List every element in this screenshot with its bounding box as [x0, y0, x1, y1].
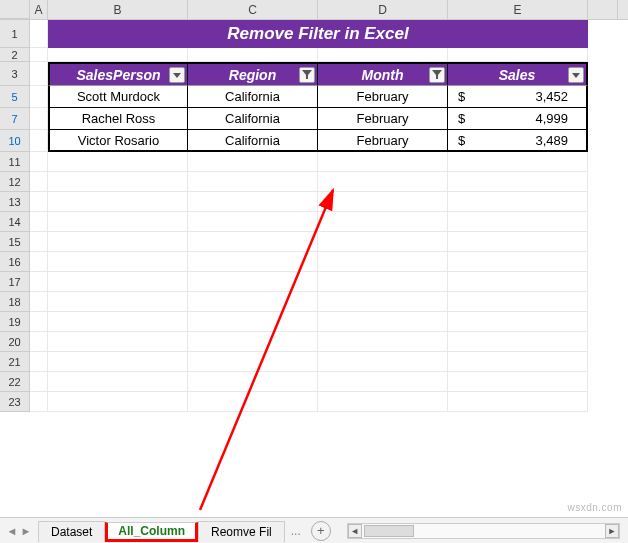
- scroll-right-icon[interactable]: ►: [605, 524, 619, 538]
- cell[interactable]: [448, 212, 588, 232]
- cell[interactable]: [30, 20, 48, 48]
- cell[interactable]: [30, 48, 48, 62]
- cell[interactable]: [30, 172, 48, 192]
- col-header-A[interactable]: A: [30, 0, 48, 19]
- col-header-F[interactable]: [588, 0, 618, 19]
- scroll-left-icon[interactable]: ◄: [348, 524, 362, 538]
- cell-salesperson[interactable]: Rachel Ross: [48, 108, 188, 130]
- cell[interactable]: [188, 272, 318, 292]
- row-header[interactable]: 12: [0, 172, 30, 192]
- cell[interactable]: [318, 212, 448, 232]
- cell[interactable]: [30, 192, 48, 212]
- tab-nav-next-icon[interactable]: ►: [20, 524, 32, 538]
- cell-salesperson[interactable]: Victor Rosario: [48, 130, 188, 152]
- cell[interactable]: [30, 108, 48, 130]
- cell[interactable]: [30, 62, 48, 86]
- row-header[interactable]: 3: [0, 62, 30, 86]
- cell[interactable]: [30, 292, 48, 312]
- cell-region[interactable]: California: [188, 130, 318, 152]
- filter-active-icon[interactable]: [299, 67, 315, 83]
- cell[interactable]: [318, 352, 448, 372]
- header-month[interactable]: Month: [318, 62, 448, 86]
- cell[interactable]: [48, 232, 188, 252]
- cell[interactable]: [30, 272, 48, 292]
- col-header-C[interactable]: C: [188, 0, 318, 19]
- cell[interactable]: [318, 292, 448, 312]
- tab-remove-fil[interactable]: Reomve Fil: [198, 521, 285, 542]
- cell[interactable]: [448, 392, 588, 412]
- cell[interactable]: [30, 352, 48, 372]
- cell[interactable]: [48, 352, 188, 372]
- cell[interactable]: [48, 48, 188, 62]
- cell[interactable]: [318, 172, 448, 192]
- cell-month[interactable]: February: [318, 108, 448, 130]
- header-salesperson[interactable]: SalesPerson: [48, 62, 188, 86]
- cell[interactable]: [48, 292, 188, 312]
- cell[interactable]: [448, 232, 588, 252]
- cell-salesperson[interactable]: Scott Murdock: [48, 86, 188, 108]
- row-header[interactable]: 17: [0, 272, 30, 292]
- row-header[interactable]: 21: [0, 352, 30, 372]
- row-header[interactable]: 20: [0, 332, 30, 352]
- cell[interactable]: [188, 292, 318, 312]
- cell[interactable]: [48, 312, 188, 332]
- cell[interactable]: [318, 152, 448, 172]
- cell[interactable]: [448, 172, 588, 192]
- cell[interactable]: [30, 86, 48, 108]
- cell[interactable]: [188, 152, 318, 172]
- cell[interactable]: [318, 252, 448, 272]
- cell[interactable]: [448, 312, 588, 332]
- cell[interactable]: [48, 392, 188, 412]
- horizontal-scrollbar[interactable]: ◄ ►: [347, 523, 620, 539]
- cell[interactable]: [448, 332, 588, 352]
- cell[interactable]: [30, 312, 48, 332]
- cell[interactable]: [48, 272, 188, 292]
- cell[interactable]: [30, 152, 48, 172]
- cell[interactable]: [318, 332, 448, 352]
- row-header[interactable]: 14: [0, 212, 30, 232]
- cell[interactable]: [448, 192, 588, 212]
- col-header-D[interactable]: D: [318, 0, 448, 19]
- row-header-filtered[interactable]: 10: [0, 130, 30, 152]
- tab-dataset[interactable]: Dataset: [38, 521, 105, 542]
- cell[interactable]: [188, 232, 318, 252]
- cell-sales[interactable]: $ 3,489: [448, 130, 588, 152]
- row-header[interactable]: 2: [0, 48, 30, 62]
- cell[interactable]: [48, 332, 188, 352]
- cell[interactable]: [188, 212, 318, 232]
- row-header[interactable]: 15: [0, 232, 30, 252]
- cell[interactable]: [188, 48, 318, 62]
- header-sales[interactable]: Sales: [448, 62, 588, 86]
- cell[interactable]: [188, 372, 318, 392]
- cell[interactable]: [318, 232, 448, 252]
- cell-sales[interactable]: $ 4,999: [448, 108, 588, 130]
- filter-active-icon[interactable]: [429, 67, 445, 83]
- cell[interactable]: [448, 272, 588, 292]
- cell[interactable]: [188, 392, 318, 412]
- cell[interactable]: [30, 212, 48, 232]
- cell-month[interactable]: February: [318, 130, 448, 152]
- cell-month[interactable]: February: [318, 86, 448, 108]
- add-sheet-button[interactable]: +: [311, 521, 331, 541]
- cell[interactable]: [188, 192, 318, 212]
- row-header[interactable]: 18: [0, 292, 30, 312]
- cell[interactable]: [318, 272, 448, 292]
- cell[interactable]: [448, 292, 588, 312]
- cell[interactable]: [448, 252, 588, 272]
- select-all-corner[interactable]: [0, 0, 30, 19]
- tab-nav-prev-icon[interactable]: ◄: [6, 524, 18, 538]
- cell[interactable]: [30, 252, 48, 272]
- cell[interactable]: [30, 232, 48, 252]
- row-header-filtered[interactable]: 5: [0, 86, 30, 108]
- cell[interactable]: [30, 130, 48, 152]
- cell[interactable]: [188, 332, 318, 352]
- cell[interactable]: [30, 372, 48, 392]
- cell[interactable]: [188, 312, 318, 332]
- cell[interactable]: [318, 312, 448, 332]
- cell[interactable]: [48, 212, 188, 232]
- col-header-E[interactable]: E: [448, 0, 588, 19]
- filter-dropdown-icon[interactable]: [169, 67, 185, 83]
- cell[interactable]: [48, 152, 188, 172]
- tabs-more-icon[interactable]: ...: [291, 524, 301, 538]
- cell[interactable]: [48, 192, 188, 212]
